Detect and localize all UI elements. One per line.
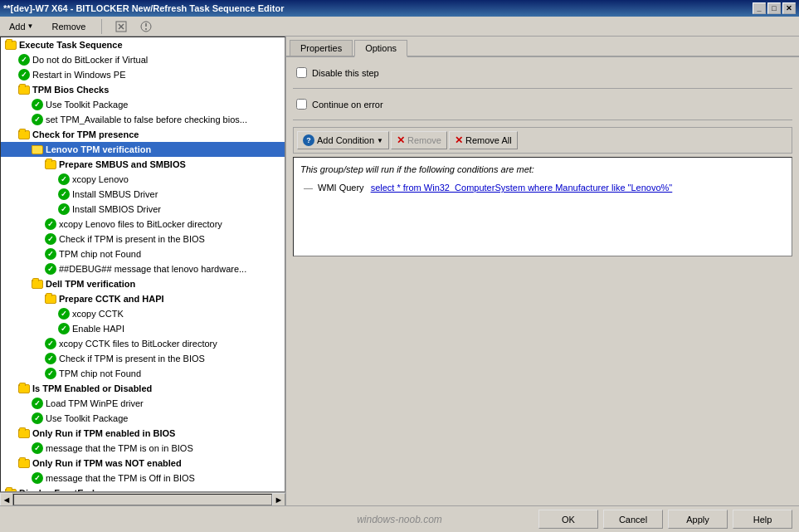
remove-condition-label: Remove: [407, 135, 441, 145]
check-icon: ✓: [45, 233, 56, 245]
check-icon: ✓: [45, 353, 56, 364]
check-icon: ✓: [58, 188, 70, 200]
svg-point-5: [145, 28, 147, 30]
tree-item[interactable]: ✓Use Toolkit Package: [1, 411, 285, 426]
folder-icon: [32, 145, 43, 154]
tree-item[interactable]: Dell TPM verification: [1, 276, 285, 291]
tree-item[interactable]: ✓Use Toolkit Package: [1, 97, 285, 112]
tree-item-label: Use Toolkit Package: [46, 98, 128, 111]
tree-item[interactable]: TPM Bios Checks: [1, 82, 285, 97]
tree-item-label: xcopy CCTK files to BitLocker directory: [59, 337, 217, 350]
tree-item-label: Dell TPM verification: [46, 277, 135, 290]
help-button[interactable]: Help: [733, 510, 792, 529]
conditions-toolbar: ? Add Condition ▼ ✕ Remove ✕ Remove All: [293, 127, 792, 154]
tree-item[interactable]: ✓Check if TPM is present in the BIOS: [1, 351, 285, 366]
tree-item-label: Execute Task Sequence: [19, 38, 123, 51]
tree-item-label: xcopy CCTK: [72, 307, 124, 320]
tree-item-label: Is TPM Enabled or Disabled: [32, 382, 152, 395]
check-icon: ✓: [32, 412, 43, 424]
restore-button[interactable]: □: [767, 2, 781, 14]
tree-item[interactable]: Only Run if TPM enabled in BIOS: [1, 426, 285, 441]
check-icon: ✓: [45, 338, 56, 349]
check-icon: ✓: [18, 69, 30, 81]
close-button[interactable]: ✕: [782, 2, 796, 14]
tree-item[interactable]: ✓xcopy Lenovo: [1, 172, 285, 187]
tree-item[interactable]: ✓TPM chip not Found: [1, 366, 285, 381]
add-condition-button[interactable]: ? Add Condition ▼: [297, 131, 389, 149]
tree-item[interactable]: ✓Enable HAPI: [1, 321, 285, 336]
tab-bar: Properties Options: [286, 37, 799, 57]
tree-item-label: Prepare SMBUS and SMBIOS: [59, 158, 186, 171]
scroll-right-btn[interactable]: ►: [272, 493, 285, 506]
tree-item[interactable]: ✓message that the TPM is Off in BIOS: [1, 471, 285, 486]
tree-item[interactable]: ✓set TPM_Available to false before check…: [1, 112, 285, 127]
tree-item[interactable]: ✓message that the TPM is on in BIOS: [1, 441, 285, 456]
add-condition-dropdown-icon: ▼: [377, 137, 383, 144]
remove-all-button[interactable]: ✕ Remove All: [449, 131, 518, 149]
disable-step-checkbox[interactable]: [296, 67, 307, 78]
tree-item-label: Prepare CCTK and HAPI: [59, 292, 164, 305]
tree-item-label: set TPM_Available to false before checki…: [46, 113, 247, 126]
tree-item[interactable]: ✓Check if TPM is present in the BIOS: [1, 232, 285, 246]
folder-icon: [5, 41, 17, 50]
add-menu[interactable]: Add ▼: [3, 18, 40, 35]
tree-item-label: Install SMBIOS Driver: [72, 203, 161, 216]
tree-item[interactable]: ✓TPM chip not Found: [1, 246, 285, 261]
tree-item[interactable]: Prepare SMBUS and SMBIOS: [1, 157, 285, 172]
tree-item[interactable]: ✓Install SMBUS Driver: [1, 187, 285, 202]
tree-item[interactable]: Execute Task Sequence: [1, 37, 285, 52]
menu-separator: [101, 19, 102, 34]
tab-properties[interactable]: Properties: [290, 40, 353, 56]
folder-icon: [18, 459, 30, 468]
remove-menu[interactable]: Remove: [46, 18, 92, 35]
tree-item[interactable]: Check for TPM presence: [1, 127, 285, 142]
continue-error-checkbox[interactable]: [296, 99, 307, 110]
remove-condition-button[interactable]: ✕ Remove: [391, 131, 447, 149]
tree-item[interactable]: ✓xcopy CCTK: [1, 306, 285, 321]
check-icon: ✓: [45, 368, 56, 379]
toolbar-icon-2[interactable]: [137, 18, 155, 35]
tree-item[interactable]: Prepare CCTK and HAPI: [1, 291, 285, 306]
tree-item-label: Check for TPM presence: [32, 128, 139, 141]
tab-options[interactable]: Options: [354, 40, 407, 57]
ok-button[interactable]: OK: [538, 510, 598, 529]
folder-icon: [18, 384, 30, 393]
tree-item[interactable]: ✓Restart in Windows PE: [1, 67, 285, 82]
tree-item[interactable]: ✓##DEBUG## message that lenovo hardware.…: [1, 261, 285, 276]
tree-item[interactable]: Only Run if TPM was NOT enabled: [1, 456, 285, 471]
menu-bar: Add ▼ Remove: [0, 17, 799, 37]
minimize-button[interactable]: _: [753, 2, 766, 14]
condition-value[interactable]: select * from Win32_ComputerSystem where…: [371, 183, 673, 193]
horizontal-scrollbar[interactable]: [13, 494, 272, 505]
folder-icon: [18, 429, 30, 438]
disable-step-row: Disable this step: [293, 64, 792, 81]
tree-item[interactable]: ✓Load TPM WinPE driver: [1, 396, 285, 411]
tree-item-label: message that the TPM is Off in BIOS: [46, 471, 195, 485]
tree-item-label: xcopy Lenovo: [72, 173, 129, 186]
tree-item[interactable]: Is TPM Enabled or Disabled: [1, 381, 285, 396]
tree-item[interactable]: ✓xcopy CCTK files to BitLocker directory: [1, 336, 285, 351]
folder-icon: [5, 489, 17, 493]
check-icon: ✓: [58, 323, 70, 334]
tree-item[interactable]: Display FrontEnd: [1, 486, 285, 492]
toolbar-icon-1[interactable]: [112, 18, 130, 35]
tree-item[interactable]: ✓Do not do BitLocker if Virtual: [1, 52, 285, 67]
conditions-description: This group/step will run if the followin…: [300, 164, 785, 174]
tree-item[interactable]: ✓Install SMBIOS Driver: [1, 202, 285, 217]
condition-item-1: — WMI Query select * from Win32_Computer…: [300, 181, 785, 194]
tree-item[interactable]: Lenovo TPM verification: [1, 142, 285, 157]
scroll-left-btn[interactable]: ◄: [0, 493, 13, 506]
disable-step-label: Disable this step: [312, 68, 379, 78]
tree-item-label: TPM Bios Checks: [32, 83, 109, 96]
check-icon: ✓: [32, 442, 43, 454]
main-container: Execute Task Sequence✓Do not do BitLocke…: [0, 37, 799, 505]
add-condition-label: Add Condition: [317, 135, 374, 145]
tree-item[interactable]: ✓xcopy Lenovo files to BitLocker directo…: [1, 217, 285, 232]
options-content: Disable this step Continue on error ? Ad…: [286, 57, 799, 263]
tree-item-label: Load TPM WinPE driver: [46, 397, 144, 410]
task-sequence-tree[interactable]: Execute Task Sequence✓Do not do BitLocke…: [0, 37, 285, 492]
condition-type: WMI Query: [318, 183, 364, 193]
window-title: **[dev]-W7 X64 - BITLOCKER New/Refresh T…: [3, 3, 284, 13]
cancel-button[interactable]: Cancel: [603, 510, 663, 529]
apply-button[interactable]: Apply: [668, 510, 728, 529]
